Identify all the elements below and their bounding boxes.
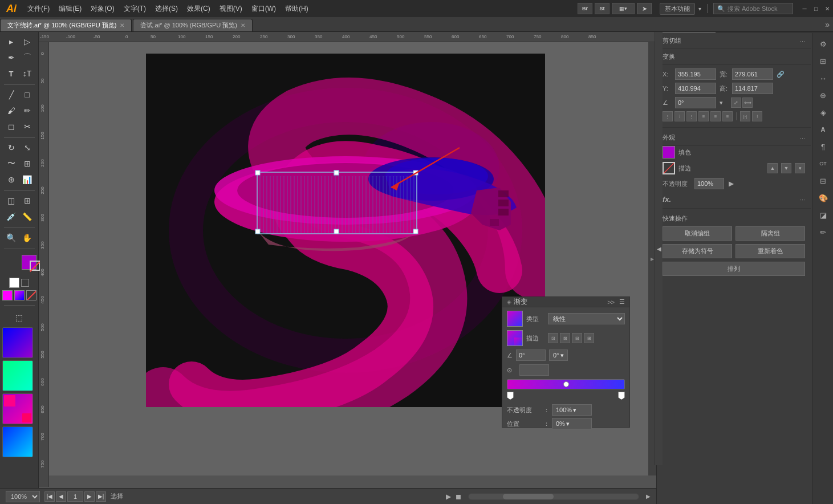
paintbrush-tool[interactable]: 🖌 [4,103,19,118]
direct-selection-tool[interactable]: ▷ [20,34,35,49]
rp-swatches-icon[interactable]: ◪ [816,208,831,222]
transform-y-input[interactable] [675,83,716,94]
transform-angle-input[interactable] [675,97,716,108]
stroke-align-2[interactable]: ⊠ [560,333,570,343]
maximize-button[interactable]: □ [811,4,820,13]
rp-stroke-icon[interactable]: ✏ [816,225,831,239]
distribute-h-icon[interactable]: |·| [740,111,750,121]
eraser-tool[interactable]: ◻ [4,119,19,134]
menu-edit[interactable]: 编辑(E) [54,0,86,17]
fx-more[interactable]: ··· [800,196,805,203]
transform-h-input[interactable] [732,83,773,94]
btn-recolor[interactable]: 重新着色 [736,244,805,258]
swatch-2[interactable] [2,360,33,391]
transform-shear-icon[interactable]: ⤢ [731,97,741,108]
stroke-align-1[interactable]: ⊡ [548,333,558,343]
menu-effect[interactable]: 效果(C) [182,0,215,17]
page-first-btn[interactable]: |◀ [44,491,55,502]
appearance-more[interactable]: ··· [800,135,805,141]
gradient-stop-right[interactable] [618,392,625,400]
fill-color-indicator[interactable] [663,146,675,158]
align-bottom-icon[interactable]: ≡ [722,111,733,121]
gradient-angle-input[interactable] [516,349,546,361]
menu-text[interactable]: 文字(T) [119,0,151,17]
page-next-btn[interactable]: ▶ [84,491,95,502]
stock-icon[interactable]: St [595,3,609,14]
scroll-thumb[interactable] [503,494,554,499]
bridge-icon[interactable]: Br [578,3,592,14]
gradient-aspect-input[interactable] [519,364,549,376]
rp-settings-icon[interactable]: ⚙ [816,36,831,51]
page-last-btn[interactable]: ▶| [96,491,106,502]
menu-object[interactable]: 对象(O) [86,0,119,17]
stroke-align-3[interactable]: ⊟ [572,333,582,343]
panel-collapse-handle[interactable]: ◀ [655,32,663,465]
align-right-icon[interactable]: ⋮ [686,111,697,121]
horizontal-scrollbar[interactable] [468,493,639,500]
shape-builder-tool[interactable]: ⊕ [4,172,19,187]
workspace-button[interactable]: 基本功能 [660,3,695,15]
type-tool[interactable]: T [4,66,19,81]
tab-2-close[interactable]: ✕ [241,22,245,29]
gradient-stroke-swatch[interactable] [507,330,523,346]
warp-tool[interactable]: 〜 [4,156,19,171]
stroke-align-4[interactable]: ⊞ [584,333,594,343]
rp-align-icon[interactable]: ⊞ [816,54,831,68]
page-number-input[interactable] [67,491,83,502]
workspace-chevron[interactable]: ▾ [698,6,701,12]
scale-tool[interactable]: ⤡ [20,140,35,155]
align-center-v-icon[interactable]: ≡ [710,111,721,121]
scissors-tool[interactable]: ✂ [20,119,35,134]
rp-char-icon[interactable]: A [816,122,831,137]
stroke-weight-down[interactable]: ▼ [781,163,791,173]
arrange-icon[interactable]: ▦▾ [612,3,635,14]
status-play-btn[interactable]: ▶ [446,493,451,501]
rp-pathfinder-icon[interactable]: ⊕ [816,88,831,103]
menu-view[interactable]: 视图(V) [215,0,247,17]
swatch-3[interactable] [2,393,33,424]
shape-tool[interactable]: □ [20,87,35,102]
scroll-right-arrow[interactable]: ▶ [646,493,651,499]
rp-tabs-icon[interactable]: ⊟ [816,173,831,188]
align-left-icon[interactable]: ⋮ [663,111,673,121]
minimize-button[interactable]: ─ [800,4,809,13]
page-prev-btn[interactable]: ◀ [56,491,66,502]
stroke-weight-up[interactable]: ▲ [767,163,778,173]
menu-select[interactable]: 选择(S) [151,0,182,17]
transform-angle-expand[interactable]: ▾ [720,99,723,107]
tabs-expand[interactable]: » [822,20,833,29]
zoom-select[interactable]: 100% [6,491,40,502]
stroke-color-indicator[interactable] [663,162,675,174]
opacity-input[interactable] [694,178,724,189]
btn-isolate[interactable]: 隔离组 [736,226,805,241]
menu-help[interactable]: 帮助(H) [281,0,313,17]
gradient-angle-dropdown[interactable]: 0° ▾ [549,349,568,361]
transform-w-input[interactable] [732,68,773,80]
pencil-tool[interactable]: ✏ [20,103,35,118]
send-icon[interactable]: ➤ [637,3,652,14]
pen-tool[interactable]: ✒ [4,50,19,65]
menu-file[interactable]: 文件(F) [23,0,54,17]
graph-tool[interactable]: 📊 [20,172,35,187]
distribute-v-icon[interactable]: ⁝ [752,111,762,121]
gradient-stop-left[interactable] [507,392,514,400]
search-bar[interactable]: 🔍 搜索 Adobe Stock [713,3,793,14]
cut-group-more[interactable]: ··· [800,38,805,44]
gradient-panel-expand[interactable]: >> [607,299,615,306]
curvature-tool[interactable]: ⌒ [20,50,35,65]
btn-ungroup[interactable]: 取消编组 [663,226,732,241]
type-vertical-tool[interactable]: ↕T [20,66,35,81]
transform-reflect-icon[interactable]: ⟺ [742,97,753,108]
align-center-h-icon[interactable]: ⁞ [674,111,685,121]
tab-1-close[interactable]: ✕ [120,22,124,29]
btn-arrange[interactable]: 排列 [663,262,805,276]
gradient-position-dropdown[interactable]: 0% ▾ [552,418,592,429]
transform-link-icon[interactable]: 🔗 [777,71,785,78]
rotate-tool[interactable]: ↻ [4,140,19,155]
opacity-expand-btn[interactable]: ▶ [729,180,734,188]
gradient-color-strip[interactable] [507,379,625,389]
rp-appearance-icon[interactable]: ◈ [816,105,831,120]
gradient-midpoint-handle[interactable] [563,381,569,387]
swatch-1[interactable] [2,327,33,358]
gradient-panel-menu[interactable]: ☰ [619,298,625,306]
